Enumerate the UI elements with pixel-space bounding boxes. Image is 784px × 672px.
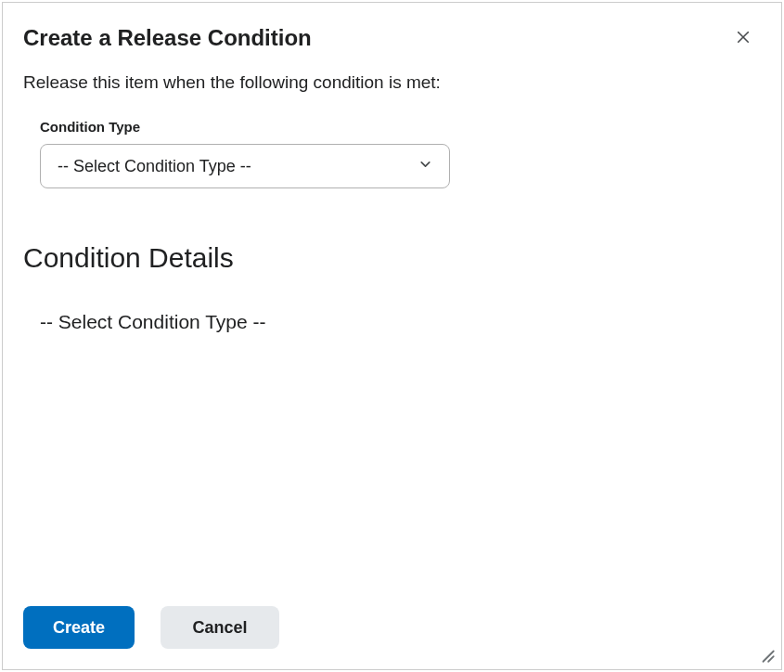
condition-type-select-wrapper: -- Select Condition Type -- [40,144,450,188]
condition-type-selected-value: -- Select Condition Type -- [58,157,251,176]
dialog-title: Create a Release Condition [23,25,312,51]
condition-type-field: Condition Type -- Select Condition Type … [40,119,761,188]
close-icon [735,29,752,48]
cancel-button[interactable]: Cancel [161,606,279,649]
condition-details-heading: Condition Details [23,242,761,274]
instruction-text: Release this item when the following con… [23,72,761,93]
close-button[interactable] [731,25,755,52]
condition-type-label: Condition Type [40,119,761,135]
release-condition-dialog: Create a Release Condition Release this … [2,2,782,670]
dialog-footer: Create Cancel [3,606,781,669]
dialog-body: Release this item when the following con… [3,59,781,606]
create-button[interactable]: Create [23,606,135,649]
condition-type-select[interactable]: -- Select Condition Type -- [40,144,450,188]
condition-details-placeholder: -- Select Condition Type -- [40,311,761,333]
dialog-header: Create a Release Condition [3,3,781,59]
